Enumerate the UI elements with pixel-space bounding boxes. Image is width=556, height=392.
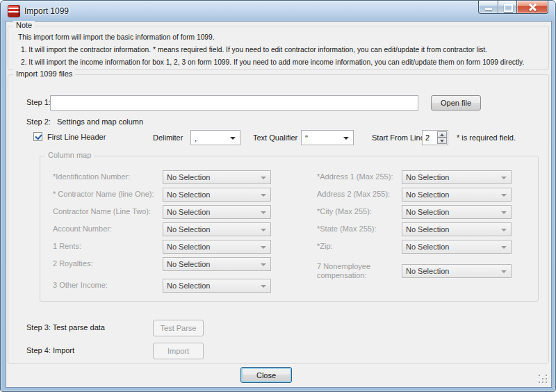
zip-select: No Selection — [402, 240, 512, 254]
client-area: Note This import form will import the ba… — [6, 22, 551, 387]
spin-down-button[interactable] — [437, 138, 447, 144]
note-groupbox: Note This import form will import the ba… — [8, 26, 549, 70]
chevron-down-icon — [501, 229, 507, 231]
step1-label: Step 1: — [26, 98, 51, 106]
chevron-down-icon — [261, 211, 266, 214]
arrow-down-icon — [440, 140, 444, 142]
chevron-down-icon — [261, 177, 266, 179]
window-controls — [478, 1, 548, 14]
maximize-button[interactable] — [498, 1, 517, 14]
delimiter-label: Delimiter — [153, 133, 183, 142]
required-field-note: * is required field. — [457, 133, 516, 142]
note-line-1: This import form will import the basic i… — [18, 33, 215, 41]
chevron-down-icon — [501, 194, 507, 197]
maximize-icon — [504, 4, 513, 12]
app-icon — [8, 6, 19, 17]
step2-sublabel: Settings and map column — [57, 117, 143, 126]
other-income-select: No Selection — [163, 279, 271, 293]
close-button[interactable]: Close — [240, 367, 292, 383]
step2-label: Step 2: — [26, 117, 51, 126]
note-line-2: 1. It will import the contractor informa… — [21, 45, 487, 54]
chevron-down-icon — [501, 246, 507, 249]
first-line-header-checkbox[interactable] — [33, 132, 42, 141]
arrow-up-icon — [440, 133, 444, 136]
import-files-groupbox: Import 1099 files Step 1: Open file Step… — [8, 74, 549, 364]
chevron-down-icon — [261, 229, 266, 231]
nonemployee-compensation-select: No Selection — [402, 264, 512, 278]
field-label-royalties: 2 Royalties: — [53, 259, 92, 268]
grip-dots-icon — [539, 375, 540, 376]
close-window-button[interactable] — [517, 1, 548, 14]
field-label-other-income: 3 Other Income: — [53, 281, 108, 289]
column-map-title: Column map — [45, 151, 94, 159]
address1-select: No Selection — [402, 170, 512, 184]
checkmark-icon — [35, 133, 42, 140]
close-icon — [529, 3, 537, 11]
step3-label: Step 3: Test parse data — [26, 323, 105, 332]
field-label-rents: 1 Rents: — [53, 242, 81, 250]
field-label-address2: Address 2 (Max 255): — [317, 190, 390, 198]
column-map-groupbox: Column map *Identification Number: No Se… — [40, 156, 539, 302]
chevron-down-icon — [261, 194, 266, 197]
titlebar[interactable]: Import 1099 — [1, 1, 555, 22]
field-label-state: *State (Max 255): — [317, 224, 377, 233]
address2-select: No Selection — [402, 188, 512, 202]
first-line-header-label: First Line Header — [47, 133, 106, 141]
field-label-nonemployee-compensation: 7 Nonemployee compensation: — [317, 262, 395, 280]
start-from-line-label: Start From Line — [372, 133, 425, 142]
open-file-button[interactable]: Open file — [431, 95, 481, 111]
file-path-input[interactable] — [50, 95, 418, 111]
resize-grip[interactable] — [539, 375, 548, 384]
field-label-contractor-name-two: Contractor Name (Line Two): — [53, 207, 151, 215]
delimiter-select[interactable]: , — [190, 130, 240, 145]
contractor-name-one-select: No Selection — [163, 188, 271, 202]
field-label-identification-number: *Identification Number: — [53, 172, 130, 181]
window-title: Import 1099 — [24, 6, 69, 16]
minimize-button[interactable] — [478, 1, 498, 14]
test-parse-button: Test Parse — [153, 320, 204, 336]
identification-number-select: No Selection — [163, 170, 271, 184]
chevron-down-icon — [230, 137, 236, 140]
field-label-zip: *Zip: — [317, 242, 333, 250]
import-files-groupbox-title: Import 1099 files — [13, 70, 75, 78]
minimize-icon — [485, 8, 492, 10]
chevron-down-icon — [501, 177, 507, 179]
rents-select: No Selection — [163, 240, 271, 254]
chevron-down-icon — [343, 137, 349, 140]
city-select: No Selection — [402, 205, 512, 219]
spin-up-button[interactable] — [437, 131, 447, 138]
contractor-name-two-select: No Selection — [163, 205, 271, 219]
window: Import 1099 Note This import form will i… — [0, 0, 556, 392]
note-groupbox-title: Note — [13, 21, 35, 29]
state-select: No Selection — [402, 222, 512, 236]
chevron-down-icon — [501, 270, 507, 273]
chevron-down-icon — [501, 211, 507, 214]
field-label-account-number: Account Number: — [53, 224, 112, 233]
step4-label: Step 4: Import — [26, 346, 74, 354]
note-line-3: 2. It will import the income information… — [21, 58, 524, 66]
start-from-line-stepper[interactable]: 2 — [422, 130, 448, 145]
field-label-contractor-name-one: * Contractor Name (line One): — [53, 190, 154, 198]
text-qualifier-label: Text Qualifier — [253, 133, 297, 142]
chevron-down-icon — [261, 285, 266, 288]
text-qualifier-select[interactable]: " — [301, 130, 354, 145]
chevron-down-icon — [261, 263, 266, 266]
chevron-down-icon — [261, 246, 266, 249]
account-number-select: No Selection — [163, 222, 271, 236]
import-button: Import — [153, 343, 204, 359]
field-label-city: *City (Max 255): — [317, 207, 372, 215]
field-label-address1: *Address 1 (Max 255): — [317, 172, 393, 181]
royalties-select: No Selection — [163, 257, 271, 271]
